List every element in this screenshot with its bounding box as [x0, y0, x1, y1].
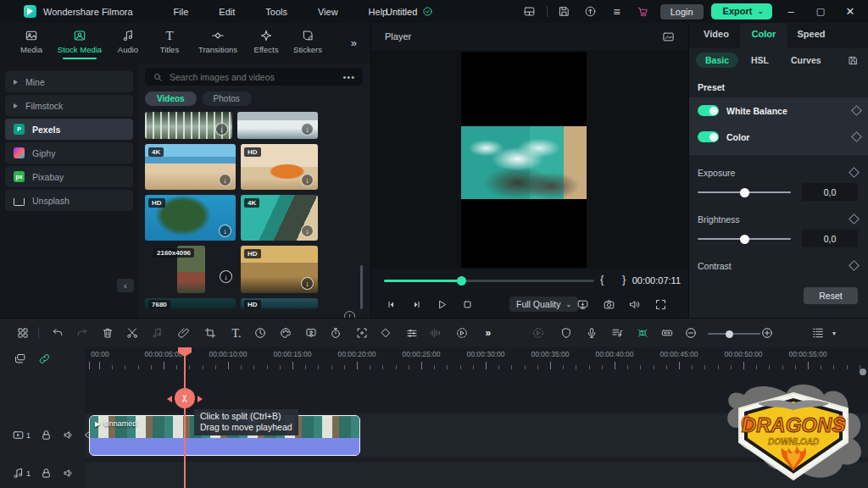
detach-audio-button[interactable]: [151, 327, 164, 340]
tab-effects[interactable]: Effects: [247, 27, 286, 54]
upload-icon[interactable]: [581, 3, 600, 20]
store-cart-icon[interactable]: [634, 3, 653, 20]
speaker-icon[interactable]: [62, 429, 75, 441]
download-icon[interactable]: ↓: [219, 225, 231, 237]
maximize-button[interactable]: ▢: [810, 6, 832, 17]
filter-videos[interactable]: Videos: [145, 92, 197, 106]
close-button[interactable]: ✕: [839, 5, 861, 18]
media-stack-icon[interactable]: [14, 352, 26, 365]
redo-button[interactable]: [76, 327, 89, 340]
subtab-basic[interactable]: Basic: [696, 53, 738, 68]
source-pexels[interactable]: P Pexels: [5, 119, 133, 140]
menu-view[interactable]: View: [303, 7, 353, 17]
more-tools-button[interactable]: »: [485, 327, 489, 339]
tab-titles[interactable]: T Titles: [150, 27, 189, 54]
adjustment-button[interactable]: [406, 327, 419, 340]
mark-out-button[interactable]: }: [622, 273, 626, 286]
stock-video-shore[interactable]: HD: [241, 298, 318, 308]
export-button[interactable]: Export⌄: [711, 3, 772, 19]
color-toggle[interactable]: [698, 131, 719, 142]
save-project-icon[interactable]: [555, 3, 574, 20]
voiceover-button[interactable]: [586, 327, 598, 340]
text-button[interactable]: T.: [231, 325, 241, 341]
source-filmstock[interactable]: Filmstock: [5, 95, 133, 116]
render-preview-button[interactable]: [456, 327, 469, 340]
brightness-slider[interactable]: [698, 238, 791, 240]
quality-dropdown[interactable]: Full Quality⌄: [509, 297, 578, 312]
delete-button[interactable]: [102, 327, 114, 340]
lock-icon[interactable]: [40, 429, 53, 441]
keyframe-diamond-icon[interactable]: [849, 260, 860, 271]
search-options-icon[interactable]: •••: [342, 72, 355, 82]
quick-split-mode-button[interactable]: [637, 327, 649, 340]
tab-audio[interactable]: Audio: [108, 27, 147, 54]
white-balance-toggle[interactable]: [698, 105, 719, 116]
fullscreen-button[interactable]: [654, 298, 667, 311]
crop-button[interactable]: [204, 327, 217, 340]
motion-tracking-button[interactable]: [356, 327, 369, 340]
tab-stickers[interactable]: Stickers: [288, 27, 327, 54]
exposure-value[interactable]: 0,0: [802, 183, 858, 201]
seek-bar[interactable]: [384, 280, 594, 282]
preview-frame-icon[interactable]: [662, 30, 675, 43]
menu-file[interactable]: File: [159, 7, 204, 17]
download-icon[interactable]: ↓: [220, 270, 232, 283]
keyframe-button[interactable]: [380, 327, 392, 340]
reset-button[interactable]: Reset: [804, 287, 858, 304]
stop-button[interactable]: [461, 298, 474, 311]
subtab-curves[interactable]: Curves: [782, 53, 831, 68]
menu-icon[interactable]: ≡: [608, 3, 626, 20]
download-icon[interactable]: ↓: [215, 123, 228, 136]
save-preset-icon[interactable]: [848, 55, 859, 66]
keyframe-diamond-icon[interactable]: [851, 131, 862, 142]
tab-color[interactable]: Color: [740, 23, 787, 48]
sidebar-collapse-button[interactable]: ‹: [117, 279, 134, 292]
download-icon[interactable]: ↓: [301, 174, 314, 186]
previous-frame-button[interactable]: [385, 298, 398, 311]
next-frame-button[interactable]: [410, 298, 423, 311]
tab-speed[interactable]: Speed: [787, 23, 835, 48]
search-bar[interactable]: •••: [145, 68, 363, 86]
timeline-zoom-slider[interactable]: [708, 333, 760, 335]
source-giphy[interactable]: Giphy: [5, 142, 133, 164]
link-tracks-icon[interactable]: [38, 352, 51, 365]
auto-ripple-button[interactable]: [532, 327, 545, 340]
search-input[interactable]: [170, 72, 314, 82]
filter-photos[interactable]: Photos: [202, 92, 252, 106]
track-manager-button[interactable]: [812, 327, 825, 340]
tab-stock-media[interactable]: Stock Media: [53, 27, 106, 59]
source-pixabay[interactable]: px Pixabay: [5, 166, 133, 187]
seek-thumb[interactable]: [457, 276, 466, 286]
layout-icon[interactable]: [520, 3, 539, 20]
stock-video-van[interactable]: HD↓: [241, 144, 318, 190]
stock-video-birds[interactable]: HD↓: [241, 246, 318, 293]
more-tabs-button[interactable]: »: [351, 36, 355, 49]
playhead-line[interactable]: [184, 347, 186, 488]
workspace-layout-icon[interactable]: [17, 327, 30, 340]
undo-button[interactable]: [52, 327, 64, 340]
timeline-scrollbar[interactable]: [860, 369, 866, 375]
chroma-key-button[interactable]: [305, 327, 318, 340]
exposure-slider[interactable]: [698, 191, 791, 193]
tab-video[interactable]: Video: [693, 23, 740, 48]
download-icon[interactable]: ↓: [301, 277, 314, 290]
speed-button[interactable]: [254, 327, 267, 340]
source-mine[interactable]: Mine: [5, 71, 133, 92]
source-unsplash[interactable]: Unsplash: [5, 190, 133, 211]
keyframe-diamond-icon[interactable]: [849, 167, 860, 178]
duration-button[interactable]: [330, 327, 342, 340]
stock-video-waves[interactable]: ↓: [237, 112, 318, 139]
lock-icon[interactable]: [40, 467, 53, 480]
tab-transitions[interactable]: Transitions: [192, 27, 244, 54]
play-button[interactable]: [436, 298, 448, 311]
exposure-slider-thumb[interactable]: [740, 188, 749, 197]
volume-button[interactable]: [628, 298, 641, 311]
stock-video-beach[interactable]: 4K↓: [145, 144, 236, 190]
minimize-button[interactable]: –: [780, 5, 802, 18]
attach-button[interactable]: [178, 327, 191, 340]
stock-video-coast[interactable]: 4K↓: [241, 195, 318, 241]
split-button[interactable]: [126, 327, 139, 340]
audio-stretch-button[interactable]: [611, 327, 624, 340]
download-icon[interactable]: ↓: [219, 174, 231, 186]
stock-video-waterfall[interactable]: ↓: [145, 112, 232, 139]
